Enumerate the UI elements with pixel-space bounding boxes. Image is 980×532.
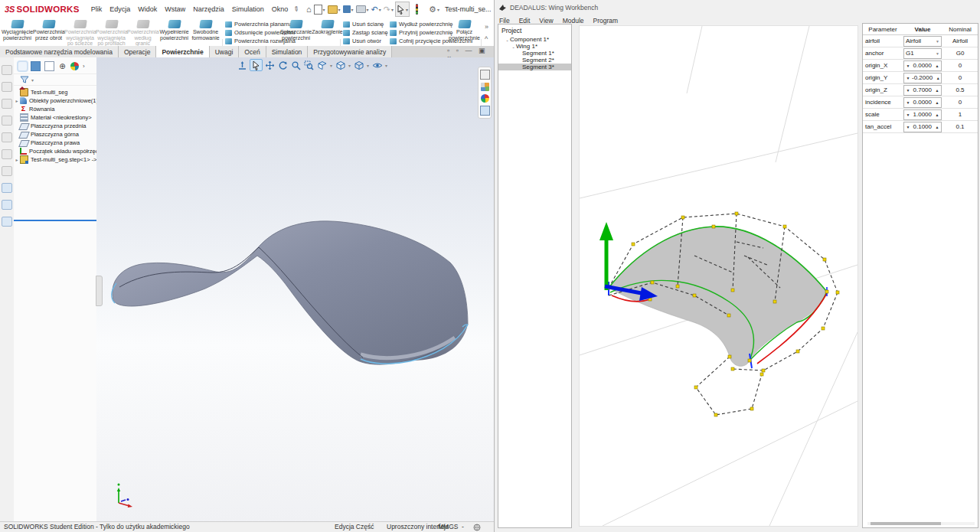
ribbon-button[interactable]: Wypełnienie powierzchni [158,19,190,47]
rollback-bar[interactable] [14,220,96,221]
scrollbar-thumb[interactable] [871,522,941,525]
dock-tool-icon[interactable] [2,82,12,92]
dd-tree-item-wing-1-[interactable]: ⌄Wing 1* [498,43,571,50]
dock-tool-icon[interactable] [2,65,12,75]
ribbon-button[interactable]: Połącz powierzchnie [449,19,480,41]
panel-splitter-handle[interactable] [96,276,103,306]
menu-wstaw[interactable]: Wstaw [161,5,189,13]
new-file-button[interactable]: ▾ [313,2,326,16]
dock-tool-icon[interactable] [2,183,12,193]
menu-edycja[interactable]: Edycja [106,5,134,13]
spinner-down-icon[interactable]: ▼ [904,125,912,129]
tree-item-plane[interactable]: Płaszczyzna prawa [14,139,96,147]
spinner-down-icon[interactable]: ▼ [904,64,912,68]
dd-menu-file[interactable]: File [495,17,514,24]
spinner-up-icon[interactable]: ▲ [933,100,941,105]
expander-icon[interactable]: ▸ [14,98,20,103]
param-spinner[interactable]: ▼0.7000▲ [903,85,942,96]
ribbon-overflow-button[interactable]: » [485,23,488,31]
spinner-value[interactable]: 0.1000 [912,123,933,130]
menu-okno[interactable]: Okno [268,5,292,13]
param-dropdown[interactable]: G1▼ [903,48,942,59]
home-button[interactable]: ⌂ [305,2,312,16]
dock-tool-icon[interactable] [2,132,12,142]
spinner-up-icon[interactable]: ▲ [933,64,941,68]
dd-tree-item-segment-2-[interactable]: Segment 2* [498,57,571,64]
tab-displaymanager-icon[interactable] [70,62,79,70]
open-file-button[interactable]: ▾ [327,2,341,16]
tabs-more-arrow[interactable]: › [83,63,85,70]
tree-filter-row[interactable]: ▾ [14,73,96,86]
status-units[interactable]: MMGS [438,523,458,530]
expander-icon[interactable]: ▸ [14,157,20,162]
ribbon-button[interactable]: Swobodne formowanie [190,19,221,47]
menu-widok[interactable]: Widok [134,5,161,13]
param-spinner[interactable]: ▼0.0000▲ [903,97,942,108]
param-dropdown[interactable]: Airfoil▼ [903,36,942,47]
hide-bodies-icon[interactable] [480,70,490,80]
tree-item-step[interactable]: ▸Test-multi_seg.step<1> -> [14,155,96,164]
param-spinner[interactable]: ▼1.0000▲ [903,109,942,120]
dd-tree-item-segment-1-[interactable]: Segment 1* [498,50,571,57]
dock-tool-icon[interactable] [2,149,12,159]
spinner-value[interactable]: -0.2000 [912,74,934,81]
expander-icon[interactable]: ⌄ [511,44,516,49]
dd-menu-module[interactable]: Module [558,17,589,24]
spinner-down-icon[interactable]: ▼ [904,76,912,80]
menu-plik[interactable]: Plik [87,5,106,13]
globe-icon[interactable] [473,524,481,531]
menu-simulation[interactable]: Simulation [228,5,268,13]
ribbon-list-button[interactable]: Usuń ścianę [343,20,388,28]
pin-icon[interactable]: ✎ [292,5,301,15]
tab-podstawowe-narzędzia-modelowania[interactable]: Podstawowe narzędzia modelowania [0,46,119,57]
menu-narzędzia[interactable]: Narzędzia [189,5,228,13]
spinner-down-icon[interactable]: ▼ [904,100,912,105]
dd-menu-view[interactable]: View [534,17,557,24]
param-spinner[interactable]: ▼-0.2000▲ [903,73,942,83]
appearance-icon[interactable] [481,83,489,91]
spinner-up-icon[interactable]: ▲ [933,125,941,129]
tab-propertymanager-icon[interactable] [31,61,41,71]
tab-configurationmanager-icon[interactable] [44,61,54,71]
tab-przygotowywanie-analizy[interactable]: Przygotowywanie analizy [308,46,392,57]
tab-powierzchnie[interactable]: Powierzchnie [156,46,209,57]
save-button[interactable]: ▾ [342,2,354,16]
spinner-value[interactable]: 0.0000 [912,62,933,69]
dd-tree-item-segment-3-[interactable]: Segment 3* [498,64,571,70]
param-spinner[interactable]: ▼0.1000▲ [903,122,942,132]
options-gear-button[interactable]: ⚙▾ [428,2,440,16]
select-tool-button[interactable]: ▾ [395,2,410,17]
tree-item-origin[interactable]: Początek układu współrzędnych [14,147,96,155]
ribbon-button[interactable]: Spłaszczanie powierzchni [280,19,312,41]
dock-tool-icon[interactable] [2,99,12,109]
spinner-value[interactable]: 0.0000 [912,99,933,106]
tree-item-plane[interactable]: Płaszczyzna przednia [14,122,96,130]
dock-tool-icon[interactable] [2,217,12,227]
tab-simulation[interactable]: Simulation [266,46,309,57]
display-settings-icon[interactable] [480,106,490,116]
tab-operacje[interactable]: Operacje [119,46,157,57]
ribbon-list-button[interactable]: Zastąp ścianę [343,28,388,37]
color-wheel-icon[interactable] [481,94,489,103]
tab-oceń[interactable]: Oceń [239,46,266,57]
tab-featuremanager-icon[interactable] [18,62,27,70]
tree-item-plane[interactable]: Płaszczyzna górna [14,130,96,139]
undo-button[interactable]: ↶▾ [371,2,382,16]
horizontal-scrollbar[interactable] [867,522,975,525]
ribbon-collapse-button[interactable]: ^ [485,35,488,43]
dock-tool-icon[interactable] [2,116,12,126]
dd-menu-edit[interactable]: Edit [514,17,535,24]
ribbon-button[interactable]: Zaokrąglenie [312,19,343,41]
spinner-down-icon[interactable]: ▼ [904,113,912,117]
param-spinner[interactable]: ▼0.0000▲ [903,60,942,71]
spinner-value[interactable]: 1.0000 [912,111,933,118]
daedalus-viewport[interactable] [579,25,858,527]
ribbon-list-button[interactable]: Usuń otwór [343,37,388,45]
print-button[interactable]: ▾ [355,2,370,16]
design-table-icon[interactable] [423,2,424,16]
dd-tree-item-component-1-[interactable]: ⌄Component 1* [498,36,571,43]
spinner-down-icon[interactable]: ▼ [904,88,912,93]
spinner-up-icon[interactable]: ▲ [934,76,942,80]
ribbon-button[interactable]: Powierzchnia przez obrót [33,19,64,47]
dock-tool-icon[interactable] [2,200,12,210]
